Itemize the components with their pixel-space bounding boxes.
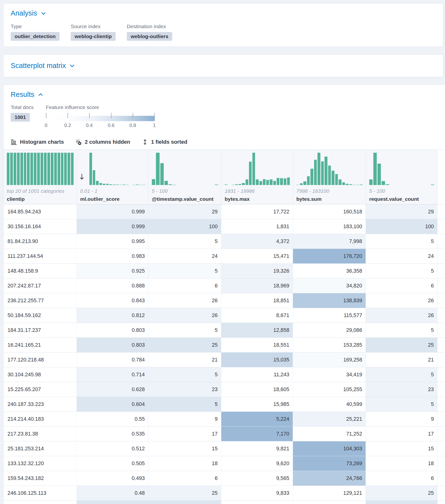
value-cell[interactable]: 36,358: [293, 264, 366, 278]
value-cell[interactable]: 9,821: [221, 441, 293, 456]
histogram-charts-button[interactable]: Histogram charts: [11, 139, 64, 145]
value-cell[interactable]: 21: [366, 353, 437, 367]
columns-hidden-button[interactable]: 2 columns hidden: [75, 139, 130, 145]
value-cell[interactable]: 34,820: [293, 278, 366, 293]
column-header-@timestamp.value_count[interactable]: 5 - 100@timestamp.value_count: [148, 150, 221, 204]
value-cell[interactable]: 5: [148, 397, 221, 412]
value-cell[interactable]: 18: [366, 456, 437, 471]
value-cell[interactable]: 115,577: [293, 308, 366, 323]
value-cell[interactable]: 100: [148, 219, 221, 234]
value-cell[interactable]: 26: [148, 308, 221, 323]
value-cell[interactable]: 0.493: [77, 471, 148, 486]
value-cell[interactable]: 9: [148, 412, 221, 426]
value-cell[interactable]: 0.604: [77, 397, 148, 412]
value-cell[interactable]: 105,255: [293, 382, 366, 397]
value-cell[interactable]: [437, 204, 445, 219]
value-cell[interactable]: [437, 249, 445, 263]
value-cell[interactable]: 0.995: [77, 234, 148, 249]
value-cell[interactable]: 176,720: [293, 249, 366, 263]
fields-sorted-button[interactable]: 1 fields sorted: [142, 139, 187, 145]
value-cell[interactable]: 73,269: [293, 456, 366, 471]
value-cell[interactable]: 9: [366, 412, 437, 426]
value-cell[interactable]: [437, 412, 445, 426]
clientip-cell[interactable]: 184.31.17.237: [3, 323, 77, 338]
value-cell[interactable]: 5: [148, 264, 221, 278]
value-cell[interactable]: 6: [148, 471, 221, 486]
clientip-cell[interactable]: 111.237.144.54: [3, 249, 77, 263]
value-cell[interactable]: [437, 501, 445, 504]
clientip-cell[interactable]: 246.106.125.113: [3, 486, 77, 500]
value-cell[interactable]: 18: [148, 456, 221, 471]
value-cell[interactable]: 21: [148, 353, 221, 367]
clientip-cell[interactable]: 133.132.32.120: [3, 456, 77, 471]
value-cell[interactable]: 0.784: [77, 353, 148, 367]
value-cell[interactable]: 24: [366, 249, 437, 263]
clientip-cell[interactable]: 30.156.16.164: [3, 219, 77, 234]
value-cell[interactable]: 160,518: [293, 204, 366, 219]
results-accordion-toggle[interactable]: Results: [11, 90, 438, 99]
value-cell[interactable]: 25: [366, 338, 437, 352]
clientip-cell[interactable]: 207.242.87.17: [3, 278, 77, 293]
value-cell[interactable]: 24: [148, 249, 221, 263]
value-cell[interactable]: 25: [148, 338, 221, 352]
value-cell[interactable]: 8,671: [221, 308, 293, 323]
value-cell[interactable]: 0.925: [77, 264, 148, 278]
value-cell[interactable]: [437, 456, 445, 471]
value-cell[interactable]: 9,833: [221, 486, 293, 500]
value-cell[interactable]: 5: [366, 323, 437, 338]
value-cell[interactable]: 23: [148, 382, 221, 397]
value-cell[interactable]: [437, 264, 445, 278]
value-cell[interactable]: 0.714: [77, 367, 148, 382]
value-cell[interactable]: 5: [366, 367, 437, 382]
clientip-cell[interactable]: 50.184.59.162: [3, 308, 77, 323]
value-cell[interactable]: [437, 338, 445, 352]
value-cell[interactable]: 34,419: [293, 367, 366, 382]
clientip-cell[interactable]: 30.104.245.98: [3, 367, 77, 382]
clientip-cell[interactable]: 164.85.94.243: [3, 204, 77, 219]
value-cell[interactable]: 7,170: [221, 427, 293, 441]
value-cell[interactable]: 29: [148, 204, 221, 219]
value-cell[interactable]: [437, 427, 445, 441]
value-cell[interactable]: 6: [366, 278, 437, 293]
value-cell[interactable]: 29,086: [293, 323, 366, 338]
value-cell[interactable]: 5: [148, 323, 221, 338]
value-cell[interactable]: 1,831: [221, 219, 293, 234]
value-cell[interactable]: 0.983: [77, 249, 148, 263]
value-cell[interactable]: [437, 367, 445, 382]
value-cell[interactable]: 18,969: [221, 278, 293, 293]
value-cell[interactable]: 0.999: [77, 219, 148, 234]
value-cell[interactable]: 183,100: [293, 219, 366, 234]
value-cell[interactable]: 129,121: [293, 486, 366, 500]
value-cell[interactable]: [437, 219, 445, 234]
clientip-cell[interactable]: 25.181.253.214: [3, 441, 77, 456]
analysis-accordion-toggle[interactable]: Analysis: [11, 9, 436, 17]
clientip-cell[interactable]: 148.48.158.9: [3, 264, 77, 278]
value-cell[interactable]: 4,372: [221, 234, 293, 249]
value-cell[interactable]: 26: [366, 308, 437, 323]
scatterplot-accordion-toggle[interactable]: Scatterplot matrix: [11, 62, 436, 70]
value-cell[interactable]: 169,258: [293, 353, 366, 367]
value-cell[interactable]: 9,620: [221, 456, 293, 471]
value-cell[interactable]: [437, 397, 445, 412]
clientip-cell[interactable]: 217.23.81.38: [3, 427, 77, 441]
clientip-cell[interactable]: 177.120.218.48: [3, 353, 77, 367]
value-cell[interactable]: 24,766: [293, 471, 366, 486]
value-cell[interactable]: 26: [148, 293, 221, 308]
value-cell[interactable]: 19,326: [221, 264, 293, 278]
value-cell[interactable]: 11,243: [221, 367, 293, 382]
value-cell[interactable]: 5,224: [221, 412, 293, 426]
value-cell[interactable]: 0.843: [77, 293, 148, 308]
clientip-cell[interactable]: 15.225.65.207: [3, 382, 77, 397]
value-cell[interactable]: 12,858: [221, 323, 293, 338]
value-cell[interactable]: 6: [148, 278, 221, 293]
value-cell[interactable]: 10: [366, 501, 437, 504]
value-cell[interactable]: 29: [366, 204, 437, 219]
value-cell[interactable]: 18,551: [221, 338, 293, 352]
value-cell[interactable]: 69,983: [293, 501, 366, 504]
value-cell[interactable]: [437, 441, 445, 456]
value-cell[interactable]: 10: [148, 501, 221, 504]
value-cell[interactable]: [437, 382, 445, 397]
value-cell[interactable]: 9,166: [221, 501, 293, 504]
clientip-cell[interactable]: 81.84.213.90: [3, 234, 77, 249]
value-cell[interactable]: 25: [366, 486, 437, 500]
